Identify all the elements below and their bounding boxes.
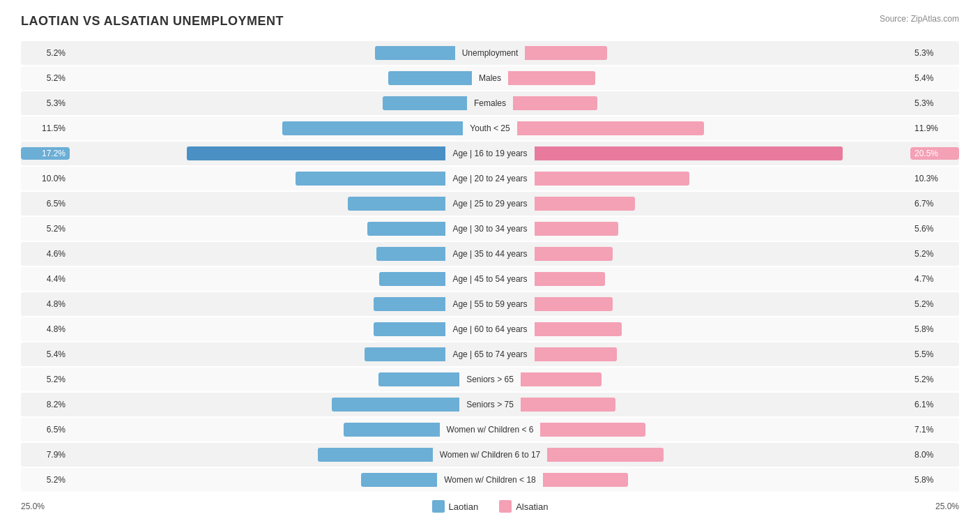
left-bar	[332, 398, 459, 412]
bars-area: Age | 55 to 59 years	[70, 297, 910, 311]
row-label: Age | 45 to 54 years	[445, 274, 534, 284]
row-label: Women w/ Children < 18	[437, 475, 543, 485]
chart-container: LAOTIAN VS ALSATIAN UNEMPLOYMENT Source:…	[21, 14, 959, 513]
right-bar-wrap	[547, 448, 910, 462]
right-bar	[535, 297, 613, 311]
row-label: Age | 16 to 19 years	[445, 149, 534, 158]
row-label: Youth < 25	[463, 123, 516, 133]
left-value: 5.2%	[21, 375, 70, 384]
left-value: 7.9%	[21, 450, 70, 460]
chart-row: 5.3%Females5.3%	[21, 91, 959, 115]
left-bar	[378, 372, 459, 386]
row-label: Unemployment	[455, 48, 526, 58]
row-label: Age | 20 to 24 years	[445, 174, 534, 183]
bars-area: Males	[70, 71, 910, 85]
row-label: Women w/ Children 6 to 17	[433, 450, 548, 460]
chart-footer: 25.0% Laotian Alsatian 25.0%	[21, 500, 959, 513]
right-bar	[543, 473, 628, 487]
right-value: 5.2%	[910, 249, 959, 259]
right-bar-wrap	[535, 272, 910, 286]
chart-row: 5.4%Age | 65 to 74 years5.5%	[21, 342, 959, 366]
right-value: 5.3%	[910, 98, 959, 108]
right-bar	[535, 247, 613, 261]
row-label: Males	[472, 73, 508, 83]
bars-area: Seniors > 75	[70, 398, 910, 412]
bars-area: Age | 20 to 24 years	[70, 172, 910, 186]
right-value: 4.7%	[910, 274, 959, 284]
chart-row: 17.2%Age | 16 to 19 years20.5%	[21, 142, 959, 165]
right-value: 5.8%	[910, 475, 959, 485]
bars-area: Age | 25 to 29 years	[70, 197, 910, 211]
left-value: 5.2%	[21, 475, 70, 485]
left-bar	[375, 46, 455, 60]
chart-row: 7.9%Women w/ Children 6 to 178.0%	[21, 443, 959, 467]
right-bar	[535, 172, 689, 186]
left-bar-wrap	[70, 71, 472, 85]
chart-row: 8.2%Seniors > 756.1%	[21, 393, 959, 416]
right-bar	[535, 197, 636, 211]
chart-row: 5.2%Age | 30 to 34 years5.6%	[21, 217, 959, 241]
chart-row: 10.0%Age | 20 to 24 years10.3%	[21, 167, 959, 190]
right-bar-wrap	[525, 46, 910, 60]
right-value: 20.5%	[910, 147, 959, 160]
left-bar	[374, 322, 446, 336]
row-label: Age | 65 to 74 years	[445, 349, 534, 359]
right-bar	[535, 322, 622, 336]
right-bar-wrap	[535, 222, 910, 236]
left-bar	[374, 297, 446, 311]
right-bar-wrap	[535, 297, 910, 311]
left-value: 5.2%	[21, 48, 70, 58]
chart-body: 5.2%Unemployment5.3%5.2%Males5.4%5.3%Fem…	[21, 41, 959, 492]
left-bar-wrap	[70, 222, 445, 236]
left-value: 11.5%	[21, 123, 70, 133]
left-bar	[367, 222, 445, 236]
right-value: 5.2%	[910, 375, 959, 384]
left-bar-wrap	[70, 172, 445, 186]
right-bar	[508, 71, 595, 85]
chart-row: 4.8%Age | 60 to 64 years5.8%	[21, 317, 959, 341]
bars-area: Unemployment	[70, 46, 910, 60]
left-bar-wrap	[70, 197, 445, 211]
left-value: 10.0%	[21, 174, 70, 183]
right-bar-wrap	[540, 423, 910, 437]
left-value: 5.3%	[21, 98, 70, 108]
left-bar-wrap	[70, 322, 445, 336]
right-value: 5.6%	[910, 224, 959, 234]
left-value: 17.2%	[21, 147, 70, 160]
chart-row: 4.8%Age | 55 to 59 years5.2%	[21, 292, 959, 316]
left-bar-wrap	[70, 473, 437, 487]
right-value: 5.5%	[910, 349, 959, 359]
bars-area: Age | 45 to 54 years	[70, 272, 910, 286]
chart-source: Source: ZipAtlas.com	[880, 14, 959, 24]
right-bar	[513, 96, 597, 110]
chart-row: 11.5%Youth < 2511.9%	[21, 116, 959, 140]
row-label: Age | 55 to 59 years	[445, 299, 534, 309]
left-bar-wrap	[70, 121, 463, 135]
left-bar-wrap	[70, 372, 459, 386]
chart-row: 4.6%Age | 35 to 44 years5.2%	[21, 242, 959, 266]
left-bar	[187, 146, 445, 160]
left-value: 5.2%	[21, 73, 70, 83]
legend-swatch-alsatian	[499, 500, 512, 513]
bars-area: Females	[70, 96, 910, 110]
bars-area: Women w/ Children 6 to 17	[70, 448, 910, 462]
chart-row: 5.2%Males5.4%	[21, 66, 959, 90]
bars-area: Women w/ Children < 6	[70, 423, 910, 437]
left-bar	[383, 96, 467, 110]
right-bar-wrap	[535, 172, 910, 186]
left-bar	[361, 473, 438, 487]
left-bar-wrap	[70, 297, 445, 311]
row-label: Women w/ Children < 6	[440, 425, 541, 435]
left-bar-wrap	[70, 146, 445, 160]
right-bar-wrap	[508, 71, 910, 85]
chart-row: 5.2%Unemployment5.3%	[21, 41, 959, 65]
left-value: 5.2%	[21, 224, 70, 234]
left-bar-wrap	[70, 423, 440, 437]
left-bar	[348, 197, 445, 211]
bars-area: Women w/ Children < 18	[70, 473, 910, 487]
right-bar	[521, 398, 615, 412]
row-label: Age | 35 to 44 years	[445, 249, 534, 259]
bars-area: Youth < 25	[70, 121, 910, 135]
right-bar-wrap	[535, 347, 910, 361]
left-bar-wrap	[70, 448, 433, 462]
